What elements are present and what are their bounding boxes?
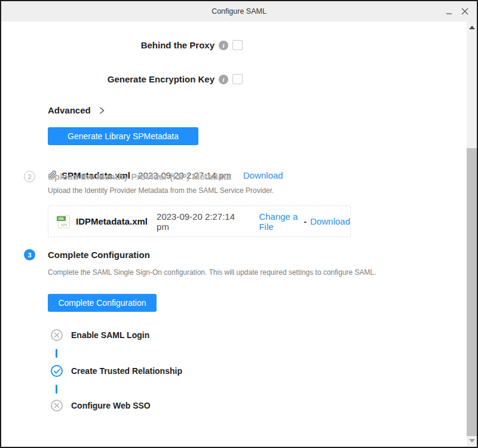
step3-title: Complete Configuration: [48, 250, 150, 260]
scrollbar-thumb[interactable]: [467, 148, 477, 436]
behind-proxy-row: Behind the Proxy i: [1, 40, 243, 50]
window-controls: [445, 1, 470, 22]
chevron-right-icon: [99, 107, 105, 114]
dialog-title: Configure SAML: [212, 7, 266, 16]
status-enable-saml-login: Enable SAML Login: [51, 329, 149, 341]
scroll-down-arrow-icon[interactable]: [469, 439, 475, 443]
step2-title: Upload the Identity Provider (IdP) Metad…: [48, 171, 231, 182]
idp-file-links: Change a File - Download: [259, 211, 350, 232]
close-button[interactable]: [460, 7, 470, 16]
link-separator: -: [304, 216, 307, 226]
step3-header: 3 Complete Configuration: [24, 249, 150, 260]
minimize-button[interactable]: [445, 7, 454, 16]
vertical-scrollbar[interactable]: [467, 22, 477, 447]
generate-key-label: Generate Encryption Key: [108, 74, 215, 84]
xml-file-icon: XML </>: [58, 215, 70, 228]
step2-number-badge: 2: [24, 171, 35, 182]
status-connector: [56, 385, 57, 394]
status-configure-web-sso: Configure Web SSO: [51, 400, 151, 412]
idp-metadata-timestamp: 2023-09-20 2:27:14 pm: [157, 211, 237, 232]
step2-description: Upload the Identity Provider Metadata fr…: [48, 186, 274, 195]
step3-number-badge: 3: [24, 249, 35, 260]
step2-header: 2 Upload the Identity Provider (IdP) Met…: [24, 171, 231, 182]
idp-download-link[interactable]: Download: [310, 216, 350, 226]
generate-key-row: Generate Encryption Key i: [1, 74, 243, 84]
info-icon[interactable]: i: [219, 41, 228, 50]
generate-spmetadata-button[interactable]: Generate Library SPMetadata: [48, 127, 198, 145]
status-create-trusted-relationship: Create Trusted Relationship: [51, 365, 182, 377]
step3-description: Complete the SAML Single Sign-On configu…: [48, 268, 376, 277]
change-file-link[interactable]: Change a File: [259, 211, 300, 232]
titlebar: Configure SAML: [1, 1, 477, 22]
behind-proxy-label: Behind the Proxy: [141, 40, 215, 50]
configure-saml-dialog: Configure SAML Behind the Proxy i: [0, 0, 478, 448]
status-connector: [56, 349, 57, 358]
status-cross-icon: [51, 329, 63, 341]
info-icon[interactable]: i: [219, 75, 228, 84]
advanced-label: Advanced: [48, 105, 91, 115]
complete-configuration-button[interactable]: Complete Configuration: [48, 294, 157, 312]
scroll-up-arrow-icon[interactable]: [469, 26, 475, 29]
status-cross-icon: [51, 400, 63, 412]
spmetadata-download-link[interactable]: Download: [243, 170, 283, 180]
idp-metadata-filename: IDPMetadata.xml: [76, 216, 148, 226]
generate-key-checkbox[interactable]: [232, 74, 243, 84]
advanced-toggle[interactable]: Advanced: [48, 105, 105, 115]
dialog-body: Behind the Proxy i Generate Encryption K…: [1, 22, 477, 447]
status-check-icon: [51, 365, 63, 377]
idp-metadata-file-box: XML </> IDPMetadata.xml 2023-09-20 2:27:…: [48, 205, 351, 237]
close-icon: [461, 7, 469, 16]
minimize-icon: [446, 8, 453, 15]
behind-proxy-checkbox[interactable]: [232, 40, 243, 50]
